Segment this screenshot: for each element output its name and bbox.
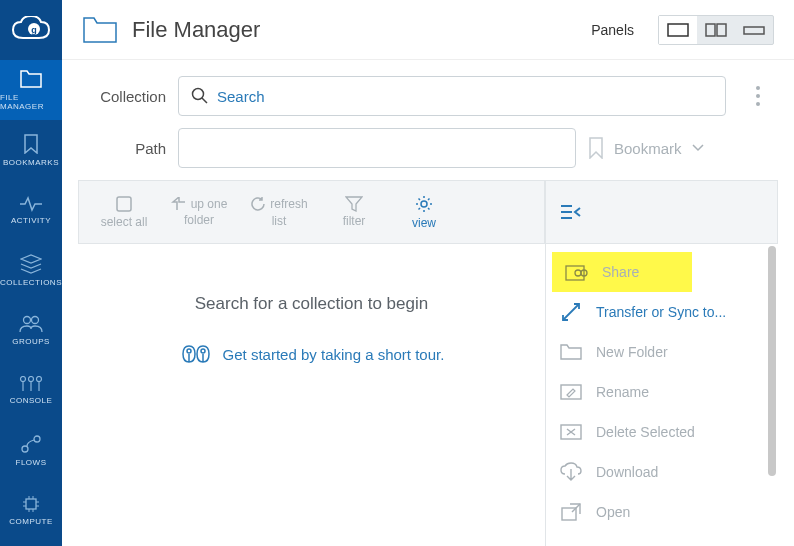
main: File Manager Panels Collection Path — [62, 0, 794, 546]
svg-point-5 — [29, 376, 34, 381]
search-input[interactable] — [217, 88, 713, 105]
more-vert-icon — [755, 85, 761, 107]
panels-label: Panels — [591, 22, 634, 38]
rename-action[interactable]: Rename — [546, 372, 778, 412]
new-folder-action[interactable]: New Folder — [546, 332, 778, 372]
open-icon — [558, 502, 584, 522]
chevron-down-icon — [692, 144, 704, 152]
bookmark-dropdown[interactable]: Bookmark — [588, 137, 778, 159]
actions-scrollbar[interactable] — [768, 244, 776, 546]
sidebar-label: COLLECTIONS — [0, 278, 62, 287]
rename-icon — [558, 383, 584, 401]
refresh-list-button[interactable]: refresh list — [239, 196, 319, 228]
sidebar-item-compute[interactable]: COMPUTE — [0, 480, 62, 540]
sidebar: g FILE MANAGER BOOKMARKS ACTIVITY COLLEC… — [0, 0, 62, 546]
sidebar-item-activity[interactable]: ACTIVITY — [0, 180, 62, 240]
collections-icon — [20, 254, 42, 274]
svg-point-32 — [187, 349, 191, 353]
new-folder-icon — [558, 343, 584, 361]
path-input[interactable] — [191, 140, 563, 157]
tour-icon — [179, 342, 213, 366]
filter-button[interactable]: filter — [319, 196, 389, 228]
svg-point-11 — [22, 446, 28, 452]
svg-line-26 — [202, 98, 207, 103]
svg-rect-12 — [26, 499, 36, 509]
sidebar-item-file-manager[interactable]: FILE MANAGER — [0, 60, 62, 120]
compute-icon — [19, 495, 43, 513]
activity-icon — [19, 196, 43, 212]
sidebar-item-collections[interactable]: COLLECTIONS — [0, 240, 62, 300]
flows-icon — [19, 434, 43, 454]
page-title: File Manager — [132, 17, 577, 43]
view-button[interactable]: view — [389, 194, 459, 230]
svg-point-27 — [756, 86, 760, 90]
sidebar-item-flows[interactable]: FLOWS — [0, 420, 62, 480]
panel-layout-buttons — [658, 15, 774, 45]
svg-point-4 — [21, 376, 26, 381]
delete-icon — [558, 423, 584, 441]
share-action[interactable]: Share — [552, 252, 692, 292]
download-action[interactable]: Download — [546, 452, 778, 492]
file-list-body: Search for a collection to begin Get sta… — [78, 244, 545, 546]
open-action[interactable]: Open — [546, 492, 778, 532]
delete-action[interactable]: Delete Selected — [546, 412, 778, 452]
sidebar-label: BOOKMARKS — [3, 158, 59, 167]
file-list-pane: select all up one folder refresh list fi… — [78, 180, 545, 546]
panel-wide-icon — [743, 23, 765, 37]
svg-rect-22 — [706, 24, 715, 36]
filter-icon — [345, 196, 363, 212]
svg-text:g: g — [31, 25, 37, 35]
svg-point-29 — [756, 102, 760, 106]
collection-row: Collection — [78, 76, 778, 116]
svg-rect-41 — [561, 385, 581, 399]
svg-rect-23 — [717, 24, 726, 36]
svg-point-3 — [32, 316, 39, 323]
list-toolbar: select all up one folder refresh list fi… — [78, 180, 545, 244]
gear-icon — [414, 194, 434, 214]
transfer-action[interactable]: Transfer or Sync to... — [546, 292, 778, 332]
collapse-icon — [560, 204, 582, 220]
svg-point-28 — [756, 94, 760, 98]
collection-label: Collection — [78, 88, 166, 105]
svg-point-25 — [193, 89, 204, 100]
svg-rect-21 — [668, 24, 688, 36]
bookmark-icon — [23, 134, 39, 154]
svg-point-33 — [201, 349, 205, 353]
bookmark-label: Bookmark — [614, 140, 682, 157]
collapse-panel-button[interactable] — [560, 204, 582, 220]
select-all-button[interactable]: select all — [89, 195, 159, 229]
sidebar-label: CONSOLE — [10, 396, 53, 405]
svg-rect-24 — [744, 27, 764, 34]
up-one-folder-button[interactable]: up one folder — [159, 197, 239, 227]
actions-list: Share Transfer or Sync to... New Folder … — [546, 244, 778, 546]
checkbox-icon — [115, 195, 133, 213]
path-field[interactable] — [178, 128, 576, 168]
sidebar-label: ACTIVITY — [11, 216, 51, 225]
actions-toolbar — [546, 180, 778, 244]
svg-point-31 — [421, 201, 427, 207]
svg-point-6 — [37, 376, 42, 381]
svg-line-40 — [563, 304, 579, 320]
svg-point-38 — [575, 270, 581, 276]
tour-link[interactable]: Get started by taking a short tour. — [179, 342, 445, 366]
svg-point-10 — [34, 436, 40, 442]
panel-split-icon — [705, 23, 727, 37]
path-label: Path — [78, 140, 166, 157]
svg-point-2 — [24, 316, 31, 323]
panel-single-button[interactable] — [659, 16, 697, 44]
sidebar-item-console[interactable]: CONSOLE — [0, 360, 62, 420]
titlebar: File Manager Panels — [62, 0, 794, 60]
sidebar-label: GROUPS — [12, 337, 50, 346]
panel-split-button[interactable] — [697, 16, 735, 44]
collection-search-field[interactable] — [178, 76, 726, 116]
options-button[interactable] — [738, 76, 778, 116]
app-logo: g — [0, 0, 62, 60]
empty-prompt: Search for a collection to begin — [195, 294, 428, 314]
sidebar-item-bookmarks[interactable]: BOOKMARKS — [0, 120, 62, 180]
path-row: Path Bookmark — [78, 128, 778, 168]
console-icon — [19, 376, 43, 392]
groups-icon — [18, 315, 44, 333]
sidebar-item-groups[interactable]: GROUPS — [0, 300, 62, 360]
panel-wide-button[interactable] — [735, 16, 773, 44]
search-icon — [191, 87, 209, 105]
